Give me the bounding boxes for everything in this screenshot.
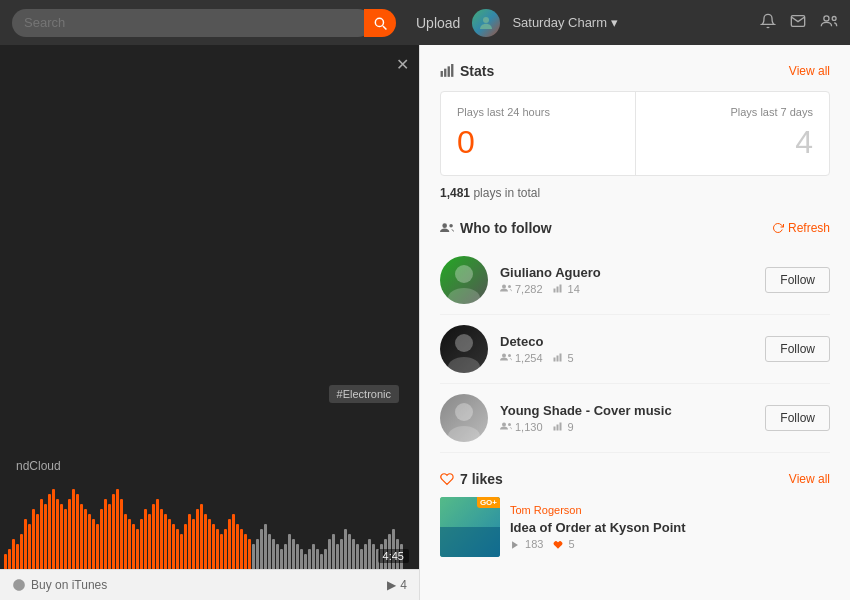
svg-rect-8: [451, 64, 453, 77]
svg-point-2: [483, 17, 489, 23]
follow-info-1: Deteco 1,254 5: [500, 334, 753, 364]
tracks-icon: [553, 284, 565, 294]
upload-button[interactable]: Upload: [416, 15, 460, 31]
svg-rect-29: [553, 427, 555, 431]
svg-point-18: [455, 334, 473, 352]
svg-point-28: [508, 423, 511, 426]
chevron-down-icon: ▾: [611, 15, 618, 30]
stat-7d: Plays last 7 days 4: [635, 92, 830, 175]
left-panel: ndCloud ✕ #Electronic 4:45 Buy on iTunes…: [0, 45, 420, 600]
svg-point-19: [448, 357, 480, 373]
svg-point-14: [508, 285, 511, 288]
plays-total-suffix: plays in total: [473, 186, 540, 200]
liked-track: GO+ Tom Rogerson Idea of: [440, 497, 830, 557]
liked-info: Tom Rogerson Idea of Order at Kyson Poin…: [510, 504, 830, 550]
svg-point-27: [502, 423, 506, 427]
itunes-label: Buy on iTunes: [31, 578, 107, 592]
stat-24h-label: Plays last 24 hours: [457, 106, 619, 118]
liked-thumbnail[interactable]: GO+: [440, 497, 500, 557]
stats-icon: [440, 64, 454, 78]
timestamp: 4:45: [378, 549, 409, 563]
refresh-icon: [772, 222, 784, 234]
follow-name-2: Young Shade - Cover music: [500, 403, 753, 418]
svg-line-1: [383, 25, 387, 29]
svg-point-26: [448, 426, 480, 442]
stats-title: Stats: [440, 63, 494, 79]
follow-button-0[interactable]: Follow: [765, 267, 830, 293]
svg-rect-33: [440, 527, 500, 557]
stat-7d-value: 4: [652, 124, 814, 161]
svg-rect-31: [559, 423, 561, 431]
close-button[interactable]: ✕: [396, 55, 409, 74]
svg-rect-5: [441, 71, 443, 77]
search-input[interactable]: [12, 9, 372, 37]
tracks-icon: [553, 353, 565, 363]
followers-icon: [500, 353, 512, 363]
follow-button-2[interactable]: Follow: [765, 405, 830, 431]
stat-24h: Plays last 24 hours 0: [441, 92, 635, 175]
svg-rect-30: [556, 425, 558, 431]
svg-point-9: [442, 223, 447, 228]
follow-card-0: Giuliano Aguero 7,282 14 Follow: [440, 246, 830, 315]
refresh-label: Refresh: [788, 221, 830, 235]
follow-meta-2: 1,130 9: [500, 421, 753, 433]
track-title-area: ndCloud: [0, 443, 419, 489]
followers-icon: [500, 422, 512, 432]
nav-icons: [760, 13, 838, 33]
stats-label: Stats: [460, 63, 494, 79]
who-to-follow-header: Who to follow Refresh: [440, 220, 830, 236]
svg-point-3: [824, 15, 829, 20]
follow-name-0: Giuliano Aguero: [500, 265, 753, 280]
search-icon[interactable]: [364, 9, 396, 37]
follow-list: Giuliano Aguero 7,282 14 Follow Deteco: [440, 246, 830, 453]
people-follow-icon: [440, 222, 454, 234]
stats-header: Stats View all: [440, 63, 830, 79]
people-icon[interactable]: [820, 13, 838, 33]
who-to-follow-title: Who to follow: [440, 220, 552, 236]
plays-total: 1,481 plays in total: [440, 186, 830, 200]
tracks-count-1: 5: [553, 352, 574, 364]
follow-button-1[interactable]: Follow: [765, 336, 830, 362]
track-background: ndCloud ✕ #Electronic 4:45: [0, 45, 419, 569]
followers-icon: [500, 284, 512, 294]
stat-24h-value: 0: [457, 124, 619, 161]
likes-title: 7 likes: [440, 471, 503, 487]
player-controls: Buy on iTunes ▶ 4: [0, 569, 419, 600]
likes-view-all[interactable]: View all: [789, 472, 830, 486]
stat-7d-label: Plays last 7 days: [652, 106, 814, 118]
tracks-count-2: 9: [553, 421, 574, 433]
svg-rect-24: [559, 354, 561, 362]
followers-count-0: 7,282: [500, 283, 543, 295]
follow-avatar-1: [440, 325, 488, 373]
svg-point-12: [448, 288, 480, 304]
liked-likes: 5: [553, 538, 574, 550]
tracks-icon: [553, 422, 565, 432]
svg-rect-22: [553, 358, 555, 362]
follow-avatar-0: [440, 256, 488, 304]
liked-artist: Tom Rogerson: [510, 504, 830, 516]
notification-icon[interactable]: [760, 13, 776, 33]
svg-rect-17: [559, 285, 561, 293]
tag-badge[interactable]: #Electronic: [329, 385, 399, 403]
liked-plays: 183: [510, 538, 543, 550]
go-plus-badge: GO+: [477, 497, 500, 508]
stats-view-all[interactable]: View all: [789, 64, 830, 78]
waveform[interactable]: 4:45: [0, 489, 419, 569]
username-dropdown[interactable]: Saturday Charm ▾: [512, 15, 618, 30]
likes-heart-icon: [440, 472, 454, 486]
stats-grid: Plays last 24 hours 0 Plays last 7 days …: [440, 91, 830, 176]
follow-meta-0: 7,282 14: [500, 283, 753, 295]
svg-point-10: [449, 224, 453, 228]
svg-rect-16: [556, 287, 558, 293]
svg-point-13: [502, 285, 506, 289]
tracks-count-0: 14: [553, 283, 580, 295]
refresh-button[interactable]: Refresh: [772, 221, 830, 235]
message-icon[interactable]: [790, 13, 806, 33]
svg-rect-15: [553, 289, 555, 293]
follow-info-0: Giuliano Aguero 7,282 14: [500, 265, 753, 295]
avatar[interactable]: [472, 9, 500, 37]
likes-header: 7 likes View all: [440, 471, 830, 487]
itunes-button[interactable]: Buy on iTunes: [12, 578, 107, 592]
likes-section: 7 likes View all GO+: [440, 471, 830, 557]
likes-label: 7 likes: [460, 471, 503, 487]
